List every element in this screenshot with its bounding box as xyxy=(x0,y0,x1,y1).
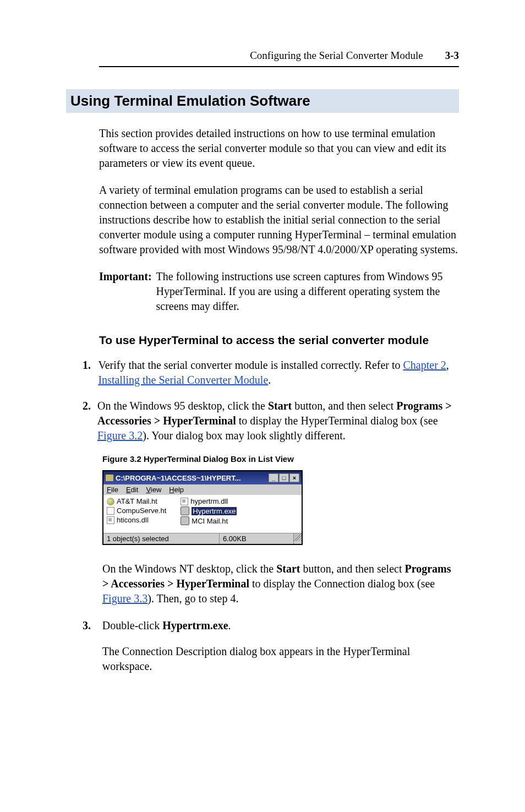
step-3-body: Double-click Hypertrm.exe. The Connectio… xyxy=(102,618,459,674)
important-label: Important: xyxy=(99,269,152,314)
title-bar: C:\PROGRA~1\ACCESS~1\HYPERT... _□× xyxy=(103,471,302,484)
page-header: Configuring the Serial Converter Module … xyxy=(99,50,459,67)
phone-icon xyxy=(181,506,189,515)
file-hypertrm-exe[interactable]: Hypertrm.exe xyxy=(181,506,237,515)
menu-help[interactable]: Help xyxy=(169,486,184,494)
step-2-body: On the Windows 95 desktop, click the Sta… xyxy=(97,399,459,443)
maximize-button[interactable]: □ xyxy=(279,473,289,482)
dll-icon xyxy=(181,498,188,505)
resize-grip-icon[interactable] xyxy=(294,533,302,541)
status-size: 6.00KB xyxy=(220,533,294,544)
globe-icon xyxy=(107,498,114,505)
important-note: Important: The following instructions us… xyxy=(99,269,459,314)
intro-paragraph-1: This section provides detailed instructi… xyxy=(99,126,459,171)
dll-icon xyxy=(107,516,114,524)
step-2: 2. On the Windows 95 desktop, click the … xyxy=(83,399,459,443)
close-button[interactable]: × xyxy=(289,473,299,482)
file-hticons[interactable]: hticons.dll xyxy=(107,516,166,524)
step-3: 3. Double-click Hypertrm.exe. The Connec… xyxy=(83,618,459,674)
menu-view[interactable]: View xyxy=(146,486,161,494)
step-1-body: Verify that the serial converter module … xyxy=(98,358,459,388)
link-installing[interactable]: Installing the Serial Converter Module xyxy=(98,374,268,386)
step-1-number: 1. xyxy=(83,358,91,388)
title-bar-text: C:\PROGRA~1\ACCESS~1\HYPERT... xyxy=(116,474,241,482)
menu-edit[interactable]: Edit xyxy=(126,486,138,494)
document-icon xyxy=(107,507,114,515)
file-att-mail[interactable]: AT&T Mail.ht xyxy=(107,497,166,505)
hyperterminal-dialog: C:\PROGRA~1\ACCESS~1\HYPERT... _□× File … xyxy=(102,470,303,545)
link-figure-3-2[interactable]: Figure 3.2 xyxy=(97,429,143,442)
step-2-nt-note: On the Windows NT desktop, click the Sta… xyxy=(102,562,459,606)
figure-caption: Figure 3.2 HyperTerminal Dialog Box in L… xyxy=(102,454,459,464)
intro-paragraph-2: A variety of terminal emulation programs… xyxy=(99,183,459,257)
status-selection: 1 object(s) selected xyxy=(103,533,220,544)
menu-bar: File Edit View Help xyxy=(103,484,302,495)
folder-icon xyxy=(106,475,113,481)
menu-file[interactable]: File xyxy=(107,486,118,494)
subsection-heading: To use HyperTerminal to access the seria… xyxy=(99,334,459,347)
section-heading: Using Terminal Emulation Software xyxy=(66,89,459,113)
step-2-number: 2. xyxy=(83,399,91,443)
link-figure-3-3[interactable]: Figure 3.3 xyxy=(102,592,147,604)
minimize-button[interactable]: _ xyxy=(269,473,278,482)
phone-icon xyxy=(181,516,189,525)
file-compuserve[interactable]: CompuServe.ht xyxy=(107,506,166,515)
file-hypertrm-dll[interactable]: hypertrm.dll xyxy=(181,497,237,505)
file-mci-mail[interactable]: MCI Mail.ht xyxy=(181,516,237,525)
step-1: 1. Verify that the serial converter modu… xyxy=(83,358,459,388)
step-3-number: 3. xyxy=(83,618,96,674)
file-list: AT&T Mail.ht CompuServe.ht hticons.dll h… xyxy=(103,495,302,533)
important-text: The following instructions use screen ca… xyxy=(156,269,459,314)
header-title: Configuring the Serial Converter Module xyxy=(250,50,423,62)
window-controls: _□× xyxy=(268,473,299,482)
link-chapter-2[interactable]: Chapter 2 xyxy=(403,359,446,371)
page-number: 3-3 xyxy=(445,50,459,62)
step-3-result: The Connection Description dialog box ap… xyxy=(102,644,459,674)
status-bar: 1 object(s) selected 6.00KB xyxy=(103,533,302,544)
